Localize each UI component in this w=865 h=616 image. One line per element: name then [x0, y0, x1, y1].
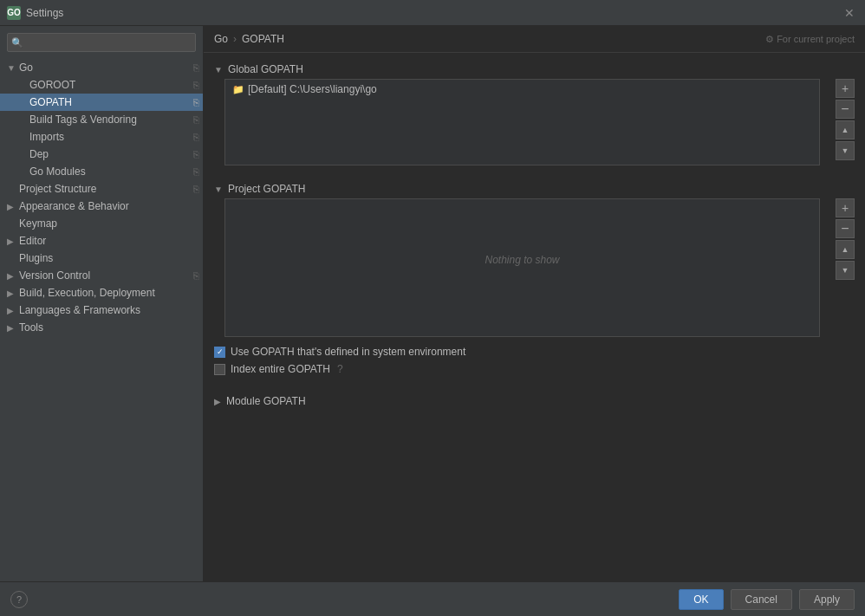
build-exec-deploy-arrow: ▶ — [7, 289, 19, 298]
imports-copy-icon: ⎘ — [193, 132, 199, 142]
sidebar-item-dep[interactable]: Dep ⎘ — [0, 146, 203, 163]
languages-frameworks-arrow: ▶ — [7, 306, 19, 315]
project-gopath-body-wrap: Nothing to show + − ▲ ▼ — [214, 198, 855, 337]
sidebar-item-gopath[interactable]: GOPATH ⎘ — [0, 94, 203, 111]
global-scroll-down-button[interactable]: ▼ — [836, 141, 855, 160]
sidebar-item-project-structure-label: Project Structure — [19, 183, 190, 195]
project-scroll-up-button[interactable]: ▲ — [836, 240, 855, 259]
global-remove-button[interactable]: − — [836, 100, 855, 119]
main-layout: 🔍 ▼ Go ⎘ GOROOT ⎘ GOPATH ⎘ — [0, 26, 865, 581]
project-gopath-section: ▼ Project GOPATH Nothing to show + − ▲ ▼ — [204, 179, 865, 337]
sidebar-item-imports-label: Imports — [29, 131, 190, 143]
go-arrow: ▼ — [7, 63, 19, 73]
version-control-arrow: ▶ — [7, 271, 19, 281]
version-control-copy-icon: ⎘ — [193, 270, 199, 281]
project-gopath-title: Project GOPATH — [228, 183, 306, 195]
global-gopath-title: Global GOPATH — [228, 63, 303, 75]
global-gopath-toolbar: + − ▲ ▼ — [836, 79, 855, 160]
sidebar-tree: ▼ Go ⎘ GOROOT ⎘ GOPATH ⎘ Build Tags & Ve… — [0, 59, 203, 581]
content-scroll: ▼ Global GOPATH 📁 [Default] C:\Users\lia… — [204, 53, 865, 581]
sidebar-item-project-structure[interactable]: Project Structure ⎘ — [0, 180, 203, 198]
gopath-copy-icon: ⎘ — [193, 97, 199, 107]
sidebar-item-tools[interactable]: ▶ Tools — [0, 319, 203, 336]
index-entire-gopath-row: Index entire GOPATH ? — [214, 363, 855, 375]
use-system-gopath-row: Use GOPATH that's defined in system envi… — [214, 346, 855, 358]
options-area: Use GOPATH that's defined in system envi… — [204, 337, 865, 389]
search-input[interactable] — [7, 33, 196, 52]
ok-button[interactable]: OK — [679, 589, 723, 610]
index-entire-gopath-checkbox[interactable] — [214, 364, 225, 375]
project-remove-button[interactable]: − — [836, 219, 855, 238]
sidebar-item-editor[interactable]: ▶ Editor — [0, 232, 203, 250]
window-title: Settings — [26, 7, 841, 19]
sidebar-item-plugins-label: Plugins — [19, 252, 199, 264]
sidebar-item-version-control-label: Version Control — [19, 269, 190, 282]
index-gopath-help-icon[interactable]: ? — [337, 363, 343, 375]
go-modules-copy-icon: ⎘ — [193, 166, 199, 177]
sidebar-item-go[interactable]: ▼ Go ⎘ — [0, 59, 203, 76]
module-gopath-title: Module GOPATH — [226, 395, 306, 407]
appearance-behavior-arrow: ▶ — [7, 202, 19, 211]
sidebar-item-appearance-behavior[interactable]: ▶ Appearance & Behavior — [0, 198, 203, 215]
global-gopath-arrow: ▼ — [214, 65, 223, 75]
search-icon: 🔍 — [11, 37, 23, 49]
sidebar-item-gopath-label: GOPATH — [29, 96, 190, 108]
sidebar: 🔍 ▼ Go ⎘ GOROOT ⎘ GOPATH ⎘ — [0, 26, 204, 581]
module-gopath-section: ▶ Module GOPATH — [204, 389, 865, 417]
build-tags-copy-icon: ⎘ — [193, 114, 199, 125]
bottom-bar: ? OK Cancel Apply — [0, 581, 865, 616]
global-path-text: [Default] C:\Users\liangyi\go — [248, 83, 377, 95]
project-scroll-down-button[interactable]: ▼ — [836, 261, 855, 280]
sidebar-item-imports[interactable]: Imports ⎘ — [0, 128, 203, 146]
global-gopath-header[interactable]: ▼ Global GOPATH — [204, 60, 865, 79]
sidebar-item-languages-frameworks-label: Languages & Frameworks — [19, 304, 199, 316]
bottom-buttons: OK Cancel Apply — [679, 589, 855, 610]
project-gopath-toolbar: + − ▲ ▼ — [836, 198, 855, 280]
project-gopath-header[interactable]: ▼ Project GOPATH — [204, 179, 865, 198]
search-box: 🔍 — [7, 33, 196, 52]
sidebar-item-editor-label: Editor — [19, 235, 199, 247]
cancel-button[interactable]: Cancel — [731, 589, 792, 610]
sidebar-item-build-tags[interactable]: Build Tags & Vendoring ⎘ — [0, 111, 203, 128]
tools-arrow: ▶ — [7, 323, 19, 333]
go-copy-icon: ⎘ — [193, 62, 199, 73]
app-icon: GO — [7, 6, 21, 20]
global-path-row[interactable]: 📁 [Default] C:\Users\liangyi\go — [225, 80, 819, 99]
index-entire-gopath-label: Index entire GOPATH — [231, 363, 330, 375]
global-gopath-body: 📁 [Default] C:\Users\liangyi\go — [224, 79, 820, 165]
use-system-gopath-label: Use GOPATH that's defined in system envi… — [231, 346, 465, 358]
sidebar-item-build-tags-label: Build Tags & Vendoring — [29, 113, 190, 126]
sidebar-item-keymap[interactable]: Keymap — [0, 215, 203, 232]
breadcrumb: Go › GOPATH ⚙ For current project — [204, 26, 865, 53]
project-structure-copy-icon: ⎘ — [193, 184, 199, 194]
project-add-button[interactable]: + — [836, 198, 855, 217]
apply-button[interactable]: Apply — [799, 589, 855, 610]
global-gopath-section: ▼ Global GOPATH 📁 [Default] C:\Users\lia… — [204, 60, 865, 165]
global-gopath-body-wrap: 📁 [Default] C:\Users\liangyi\go + − ▲ ▼ — [214, 79, 855, 165]
sidebar-item-version-control[interactable]: ▶ Version Control ⎘ — [0, 267, 203, 284]
sidebar-item-go-modules[interactable]: Go Modules ⎘ — [0, 163, 203, 180]
project-gopath-body: Nothing to show — [224, 198, 820, 337]
sidebar-item-build-exec-deploy-label: Build, Execution, Deployment — [19, 287, 199, 299]
use-system-gopath-checkbox[interactable] — [214, 347, 225, 358]
module-gopath-arrow: ▶ — [214, 397, 221, 406]
breadcrumb-go: Go — [214, 33, 228, 45]
module-gopath-header[interactable]: ▶ Module GOPATH — [214, 392, 855, 410]
folder-icon: 📁 — [232, 84, 244, 95]
goroot-copy-icon: ⎘ — [193, 80, 199, 90]
title-bar: GO Settings ✕ — [0, 0, 865, 26]
sidebar-item-go-label: Go — [19, 62, 190, 74]
nothing-to-show: Nothing to show — [225, 199, 819, 321]
sidebar-item-goroot[interactable]: GOROOT ⎘ — [0, 76, 203, 94]
breadcrumb-sep: › — [233, 33, 237, 45]
sidebar-item-keymap-label: Keymap — [19, 217, 199, 230]
sidebar-item-plugins[interactable]: Plugins — [0, 250, 203, 267]
sidebar-item-languages-frameworks[interactable]: ▶ Languages & Frameworks — [0, 302, 203, 319]
sidebar-item-appearance-behavior-label: Appearance & Behavior — [19, 200, 199, 212]
help-icon[interactable]: ? — [10, 591, 28, 608]
sidebar-item-build-exec-deploy[interactable]: ▶ Build, Execution, Deployment — [0, 284, 203, 302]
editor-arrow: ▶ — [7, 237, 19, 246]
global-scroll-up-button[interactable]: ▲ — [836, 120, 855, 139]
close-button[interactable]: ✕ — [841, 4, 858, 22]
global-add-button[interactable]: + — [836, 79, 855, 98]
